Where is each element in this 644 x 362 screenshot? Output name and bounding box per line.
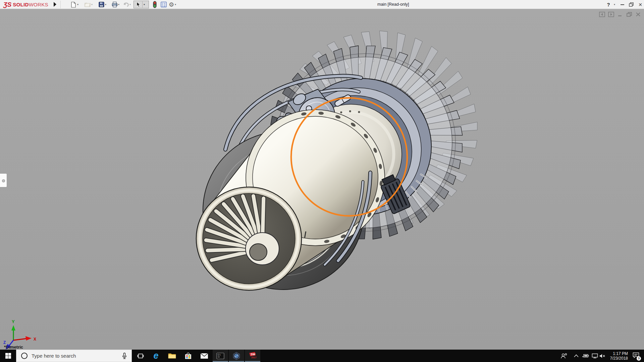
taskbar-app-mail[interactable] [197,350,212,362]
select-caret[interactable]: ▾ [144,3,145,6]
options-caret[interactable]: ▾ [175,3,177,6]
windows-logo-icon [5,353,11,359]
view-orientation-label: *Dimetric [4,345,23,350]
taskbar-app-file-explorer[interactable] [164,350,180,362]
brand-works: WORKS [29,2,48,7]
new-document-caret[interactable]: ▾ [77,3,80,6]
open-folder-icon [85,2,91,7]
task-view-icon [137,353,144,359]
taskbar-app-store[interactable] [180,350,196,362]
select-divider [142,1,143,8]
undo-caret[interactable]: ▾ [129,3,132,6]
help-caret[interactable]: ▾ [612,0,616,9]
solidworks-logo: ƷS SOLIDWORKS [3,0,48,9]
graphics-viewport[interactable]: Y X Z *Dimetric [0,9,644,350]
help-button[interactable]: ? [605,0,612,9]
taskbar-search-input[interactable]: Type here to search [16,350,132,362]
print-button[interactable] [111,1,118,8]
svg-text:2017: 2017 [251,356,257,359]
svg-text:C:\: C:\ [218,354,221,356]
restore-icon [629,2,634,7]
search-placeholder: Type here to search [32,353,122,359]
toolbar-separator [60,1,61,8]
triad-x-label: X [34,337,36,342]
close-icon: ✕ [638,2,642,7]
tray-clock[interactable]: 1:17 PM 7/23/2018 [603,350,628,362]
undo-button[interactable] [122,1,129,8]
command-prompt-icon: C:\ [216,353,224,359]
new-document-button[interactable] [70,1,77,8]
save-button[interactable] [98,1,105,8]
restore-button[interactable] [627,0,635,9]
open-caret[interactable]: ▾ [91,3,94,6]
select-tool-button[interactable]: ▾ [133,1,149,8]
minimize-icon [621,4,624,5]
print-icon [112,2,118,7]
undo-icon [123,2,129,7]
file-properties-icon [161,2,167,7]
windows-taskbar: Type here to search e [0,350,644,362]
tray-battery-icon[interactable] [580,350,590,362]
options-button[interactable]: ⚙ [168,1,175,8]
title-bar: ƷS SOLIDWORKS ▾ ▾ ▾ ▾ [0,0,644,9]
triad-z-label: Z [3,340,6,345]
edge-icon: e [153,351,158,360]
svg-text:SW: SW [251,352,256,356]
task-view-button[interactable] [133,350,148,362]
close-button[interactable]: ✕ [637,0,644,9]
brand-solid: SOLID [13,2,29,7]
tray-people-icon[interactable] [558,350,570,362]
taskbar-app-solidworks[interactable]: SW 2017 [245,350,260,362]
start-button[interactable] [0,350,16,362]
rebuild-traffic-light-icon [153,1,157,8]
hexagon-app-icon [232,352,240,360]
options-gear-icon: ⚙ [169,1,174,8]
notification-badge: 3 [637,356,641,361]
minimize-button[interactable] [619,0,626,9]
microphone-icon[interactable] [122,353,127,359]
new-document-icon [71,2,76,8]
file-explorer-icon [168,353,176,359]
solidworks-2017-icon: SW 2017 [248,352,257,360]
taskbar-app-command-prompt[interactable]: C:\ [213,350,228,362]
action-center-button[interactable]: 3 [629,350,643,362]
open-button[interactable] [84,1,91,8]
cortana-icon [21,353,28,359]
save-floppy-icon [99,2,104,7]
select-cursor-icon [136,2,141,7]
clock-time: 1:17 PM [613,351,628,356]
rebuild-button[interactable] [151,1,158,8]
taskbar-app-hexagon[interactable] [229,350,244,362]
taskbar-app-edge[interactable]: e [148,350,164,362]
engine-model-canvas[interactable] [0,9,644,350]
ds-logo-icon: ƷS [3,1,11,8]
center-hub [246,233,279,265]
file-properties-button[interactable] [160,1,167,8]
document-title: main [Read-only] [377,0,409,9]
store-icon [184,352,192,360]
tray-chevron-up-icon[interactable] [572,350,581,362]
triad-y-label: Y [12,319,15,324]
print-caret[interactable]: ▾ [118,3,121,6]
menu-flyout-arrow[interactable] [54,2,56,7]
clock-date: 7/23/2018 [610,356,628,361]
save-caret[interactable]: ▾ [105,3,108,6]
mail-icon [200,353,208,359]
